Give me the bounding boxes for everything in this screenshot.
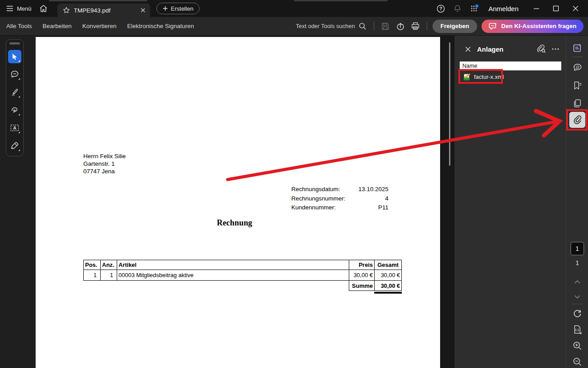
nav-bearbeiten[interactable]: Bearbeiten (37, 17, 77, 36)
pointer-icon (11, 53, 19, 61)
previous-page-button[interactable] (566, 274, 588, 289)
save-icon (381, 22, 389, 30)
dropdown-corner (18, 60, 20, 62)
home-button[interactable] (36, 2, 51, 15)
col-header: Pos. (84, 260, 101, 270)
window-close-button[interactable] (567, 1, 584, 16)
dropdown-corner (18, 149, 20, 151)
ai-assistant-label: Den KI-Assistenten fragen (501, 23, 576, 29)
divider (572, 304, 583, 304)
ai-assistant-button[interactable]: Den KI-Assistenten fragen (482, 20, 584, 33)
help-button[interactable]: ? (433, 2, 448, 15)
bookmark-icon (572, 81, 582, 90)
help-icon: ? (437, 4, 445, 13)
screenshot-artifact (294, 0, 388, 1)
search-attachments-icon[interactable] (536, 45, 546, 53)
next-page-button[interactable] (566, 290, 588, 304)
panel-close-icon[interactable] (465, 46, 471, 52)
meta-value: P11 (378, 203, 388, 213)
comments-icon: @ (572, 63, 583, 73)
dropdown-corner (18, 96, 20, 98)
comments-panel-button[interactable]: @ (566, 61, 588, 75)
zoom-out-button[interactable] (566, 355, 588, 368)
rotate-page-button[interactable] (566, 307, 588, 321)
fill-sign-tool-button[interactable] (8, 139, 21, 152)
print-button[interactable] (408, 20, 423, 33)
nav-alle-tools[interactable]: Alle Tools (0, 17, 37, 36)
window-minimize-button[interactable] (527, 1, 545, 16)
titlebar: Menü TMPE943.pdf Erstellen (0, 0, 588, 17)
plus-icon (163, 6, 168, 11)
ai-assistant-panel-button[interactable] (566, 41, 588, 55)
svg-text:?: ? (439, 6, 442, 11)
document-scrollbar[interactable] (449, 42, 450, 166)
document-tab[interactable]: TMPE943.pdf (57, 4, 150, 17)
panel-options-icon[interactable] (551, 48, 559, 50)
print-icon (411, 22, 420, 30)
divider (572, 57, 583, 57)
star-icon[interactable] (63, 7, 70, 14)
total-double-underline (374, 292, 402, 294)
ai-document-icon (572, 43, 583, 53)
upload-icon (396, 22, 405, 31)
right-rail: @ 1 1 1:1 (566, 36, 588, 368)
invoice-sum-table: Summe 30,00 € (349, 280, 402, 291)
highlight-tool-button[interactable] (8, 86, 21, 99)
invoice-meta: Rechnungsdatum: 13.10.2025 Rechnungsnumm… (291, 185, 388, 213)
search-label: Text oder Tools suchen (296, 23, 355, 29)
create-tab-button[interactable]: Erstellen (156, 3, 200, 14)
meta-value: 4 (385, 194, 388, 204)
select-tool-button[interactable] (8, 50, 21, 63)
chevron-up-icon (574, 280, 580, 284)
invoice-title: Rechnung (193, 218, 276, 228)
window-maximize-button[interactable] (547, 1, 565, 16)
rail-drag-handle[interactable] (9, 42, 20, 45)
attachments-panel-header: Anlagen (454, 42, 566, 56)
search-field[interactable]: Text oder Tools suchen (292, 20, 370, 32)
dropdown-corner (18, 78, 20, 80)
signin-button[interactable]: Anmelden (488, 5, 519, 12)
total-pages-label: 1 (566, 259, 588, 266)
minimize-icon (533, 5, 539, 12)
meta-label: Rechnungsnummer: (291, 194, 346, 204)
svg-text:1:1: 1:1 (575, 328, 580, 331)
apps-grid-icon (470, 4, 479, 13)
meta-row: Rechnungsnummer: 4 (291, 194, 388, 204)
save-button[interactable] (378, 20, 393, 33)
acrobat-window: Menü TMPE943.pdf Erstellen (0, 0, 588, 368)
select-text-tool-button[interactable]: A (8, 121, 21, 135)
current-page-input[interactable]: 1 (571, 242, 584, 255)
notifications-button[interactable] (450, 2, 465, 15)
cell-anz: 1 (101, 270, 117, 281)
home-icon (39, 4, 48, 12)
bell-icon (453, 4, 461, 13)
toolbar: Alle Tools Bearbeiten Konvertieren Elekt… (0, 17, 588, 36)
nav-elektronische-signaturen[interactable]: Elektronische Signaturen (122, 17, 199, 36)
share-button[interactable]: Freigeben (433, 20, 478, 33)
search-icon (359, 22, 367, 30)
comment-icon (10, 70, 19, 79)
address-line: Gartenstr. 1 (83, 160, 126, 168)
svg-text:A: A (13, 125, 16, 131)
signature-pen-icon (10, 141, 19, 150)
nav-konvertieren[interactable]: Konvertieren (77, 17, 122, 36)
divider (374, 22, 374, 31)
comment-tool-button[interactable] (8, 68, 21, 81)
tab-title: TMPE943.pdf (74, 7, 136, 14)
dropdown-corner (18, 131, 20, 133)
draw-tool-button[interactable] (8, 103, 21, 117)
app-grid-button[interactable] (467, 2, 482, 15)
svg-text:@: @ (575, 65, 579, 70)
fit-page-button[interactable]: 1:1 (566, 323, 588, 337)
zoom-in-button[interactable] (566, 339, 588, 353)
annotation-box-attachment-file (458, 69, 503, 84)
menu-button[interactable]: Menü (0, 0, 36, 17)
meta-value: 13.10.2025 (358, 185, 388, 194)
page-thumbnails-button[interactable] (566, 96, 588, 110)
zoom-in-icon (572, 341, 582, 351)
bookmarks-panel-button[interactable] (566, 78, 588, 93)
maximize-icon (553, 5, 559, 12)
close-icon (572, 5, 579, 12)
tab-close-icon[interactable] (140, 8, 146, 13)
share-upload-button[interactable] (393, 20, 408, 33)
